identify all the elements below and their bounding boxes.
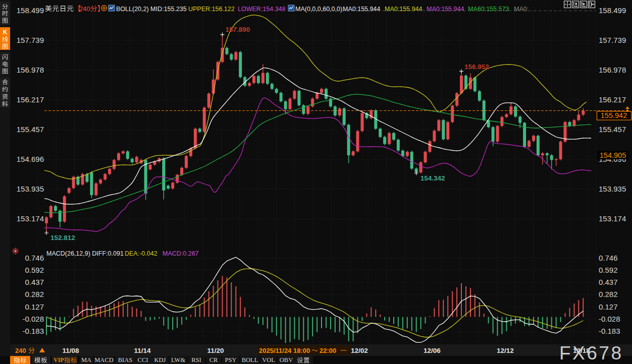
svg-text:157.890: 157.890 <box>226 26 250 33</box>
svg-text:K: K <box>3 29 8 36</box>
svg-text:0.127: 0.127 <box>599 302 618 311</box>
svg-text:156.217: 156.217 <box>17 95 44 104</box>
svg-text:0.282: 0.282 <box>599 290 618 298</box>
svg-text:MA0:155.944: MA0:155.944 <box>343 6 380 13</box>
svg-text:MA0:: MA0: <box>514 6 529 13</box>
svg-text:FX678: FX678 <box>559 343 623 363</box>
svg-text:PSY: PSY <box>225 356 237 363</box>
svg-text:240: 240 <box>15 347 26 354</box>
svg-text:0.437: 0.437 <box>25 278 44 286</box>
svg-text:156.978: 156.978 <box>17 66 44 74</box>
svg-text:0.746: 0.746 <box>25 254 44 262</box>
svg-text:-0.183: -0.183 <box>599 327 620 335</box>
svg-text:154.342: 154.342 <box>420 174 445 182</box>
svg-text:153.174: 153.174 <box>17 214 44 223</box>
svg-text:156.978: 156.978 <box>599 66 626 74</box>
svg-text:VOL: VOL <box>262 356 275 363</box>
svg-text:11/08: 11/08 <box>62 347 79 354</box>
svg-text:MACD:0.267: MACD:0.267 <box>163 250 199 257</box>
svg-text:LW&: LW& <box>171 356 186 363</box>
svg-text:12/02: 12/02 <box>351 347 368 354</box>
svg-text:156.952: 156.952 <box>464 63 489 71</box>
svg-text:MA0:155.944: MA0:155.944 <box>385 6 422 13</box>
svg-text:RSI: RSI <box>191 356 201 363</box>
svg-text:VIP: VIP <box>54 356 64 363</box>
svg-text:12/06: 12/06 <box>424 347 441 354</box>
svg-text:152.812: 152.812 <box>50 234 75 241</box>
svg-text:11/14: 11/14 <box>134 347 151 354</box>
svg-text:BOLL(20,2) MID:155.235: BOLL(20,2) MID:155.235 <box>116 6 187 13</box>
svg-text:-0.028: -0.028 <box>599 315 620 323</box>
svg-text:0.592: 0.592 <box>599 266 618 274</box>
svg-text:UPPER:156.122: UPPER:156.122 <box>188 6 235 13</box>
svg-text:240: 240 <box>79 5 90 13</box>
svg-text:MA0:155.944: MA0:155.944 <box>427 6 464 13</box>
svg-text:157.739: 157.739 <box>599 36 626 44</box>
svg-text:153.935: 153.935 <box>17 185 44 193</box>
svg-text:OBV: OBV <box>280 356 293 363</box>
svg-text:LOWER:154.348: LOWER:154.348 <box>238 6 286 13</box>
svg-text:2025/11/24 18:00: 2025/11/24 18:00 <box>259 347 310 354</box>
svg-text:MACD(26,12,9) DIFF:0.091: MACD(26,12,9) DIFF:0.091 <box>46 250 124 257</box>
svg-text:156.217: 156.217 <box>599 95 626 104</box>
svg-text:155.457: 155.457 <box>17 125 44 134</box>
svg-text:154.696: 154.696 <box>17 155 44 163</box>
svg-text:CCI: CCI <box>138 356 148 363</box>
svg-text:0.282: 0.282 <box>25 290 44 298</box>
svg-text:-0.028: -0.028 <box>22 315 44 323</box>
svg-text:11/20: 11/20 <box>207 347 224 354</box>
svg-text:BOLL: BOLL <box>242 356 258 363</box>
svg-text:153.935: 153.935 <box>599 185 626 193</box>
svg-text:CR: CR <box>209 356 218 363</box>
svg-text:0.127: 0.127 <box>25 302 44 311</box>
svg-text:155.457: 155.457 <box>599 125 626 134</box>
svg-text:0.437: 0.437 <box>599 278 618 286</box>
svg-text:157.739: 157.739 <box>17 36 44 44</box>
svg-text:-0.183: -0.183 <box>22 327 44 335</box>
svg-text:MA60:155.573: MA60:155.573 <box>468 6 509 13</box>
svg-text:DEA:-0.042: DEA:-0.042 <box>125 250 157 257</box>
svg-text:MACD: MACD <box>94 356 114 363</box>
svg-text:0.746: 0.746 <box>599 254 618 262</box>
svg-text:153.174: 153.174 <box>599 214 626 223</box>
svg-text:155.942: 155.942 <box>601 111 627 119</box>
svg-text:12/12: 12/12 <box>497 347 514 354</box>
svg-text:158.499: 158.499 <box>17 6 44 15</box>
svg-text:158.499: 158.499 <box>599 6 626 15</box>
svg-text:BIAS: BIAS <box>118 356 133 363</box>
svg-text:MA(0,0,0,60,0,0): MA(0,0,0,60,0,0) <box>295 6 342 13</box>
svg-text:MA: MA <box>81 356 91 363</box>
svg-text:154.905: 154.905 <box>600 151 626 159</box>
svg-text:KDJ: KDJ <box>154 356 166 363</box>
svg-text:0.592: 0.592 <box>25 266 44 274</box>
svg-text:22:00: 22:00 <box>320 347 336 354</box>
